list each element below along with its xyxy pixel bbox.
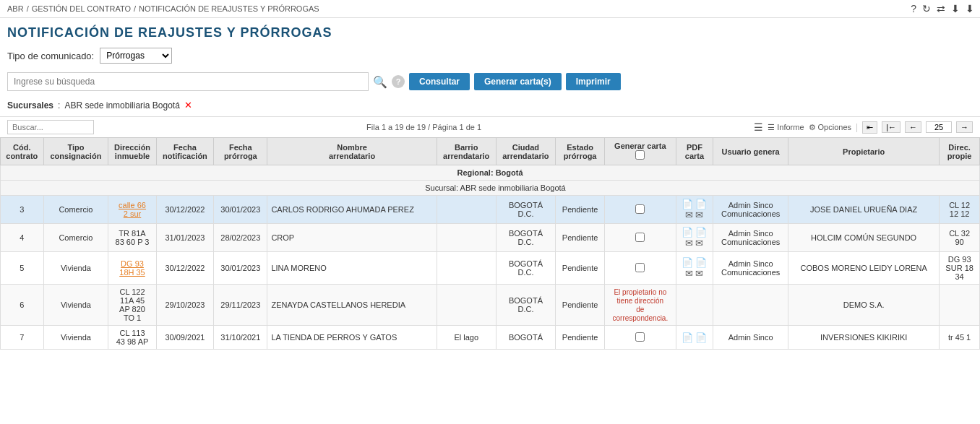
cell-pdf: 📄 📄 ✉ ✉ — [676, 252, 713, 285]
cell-fecha-notif: 30/12/2022 — [156, 252, 213, 285]
cell-nombre: CARLOS RODRIGO AHUMADA PEREZ — [267, 196, 437, 224]
table-icon: ☰ — [754, 121, 763, 133]
tipo-comunicado-select[interactable]: Prórrogas Reajustes — [100, 48, 172, 64]
expand-icon[interactable]: ⇄ — [937, 3, 945, 14]
cell-generar-carta[interactable] — [605, 224, 676, 252]
pdf-doc1-icon[interactable]: 📄 — [682, 199, 693, 209]
help-icon[interactable]: ? — [911, 3, 916, 14]
cell-direccion: CL 12211A 45AP 820TO 1 — [108, 285, 156, 326]
consultar-button[interactable]: Consultar — [409, 73, 470, 90]
pdf-mail2-icon[interactable]: ✉ — [695, 238, 703, 248]
cell-generar-carta[interactable] — [605, 196, 676, 224]
group-bogota: Regional: Bogotá — [1, 165, 980, 181]
cell-usuario: Admin SincoComunicaciones — [713, 224, 788, 252]
search-input[interactable] — [7, 72, 369, 91]
pdf-mail2-icon[interactable]: ✉ — [695, 209, 703, 220]
cell-cod: 3 — [1, 196, 44, 224]
expand-table-icon[interactable]: ⇤ — [862, 121, 877, 134]
pagination-info: Fila 1 a 19 de 19 / Página 1 de 1 — [94, 123, 754, 131]
data-table-container: Cód.contrato Tipoconsignación Direccióni… — [0, 137, 980, 350]
cell-direccion[interactable]: calle 662 sur — [108, 196, 156, 224]
table-row: 6 Vivienda CL 12211A 45AP 820TO 1 29/10/… — [1, 285, 980, 326]
cell-direccion[interactable]: DG 9318H 35 — [108, 252, 156, 285]
pdf-mail1-icon[interactable]: ✉ — [685, 209, 693, 220]
th-cod-contrato: Cód.contrato — [1, 138, 44, 165]
pdf-mail1-icon[interactable]: ✉ — [685, 238, 693, 248]
page-size-input[interactable] — [926, 121, 952, 133]
th-ciudad-arrendatario: Ciudadarrendatario — [496, 138, 555, 165]
th-direccion-inmueble: Direccióninmueble — [108, 138, 156, 165]
table-row: 3 Comercio calle 662 sur 30/12/2022 30/0… — [1, 196, 980, 224]
table-search-input[interactable] — [7, 120, 94, 134]
prev-page-button[interactable]: ← — [905, 121, 921, 133]
th-barrio-arrendatario: Barrioarrendatario — [437, 138, 496, 165]
cell-fecha-prorroga: 30/01/2023 — [214, 196, 267, 224]
cell-cod: 6 — [1, 285, 44, 326]
pdf-doc2-icon[interactable]: 📄 — [695, 257, 707, 268]
filter-remove-icon[interactable]: ✕ — [184, 100, 192, 111]
cell-tipo: Comercio — [43, 196, 108, 224]
pdf-doc1-icon[interactable]: 📄 — [682, 227, 693, 238]
cell-direc-propie: CL 1212 12 — [940, 196, 980, 224]
cell-nombre: CROP — [267, 224, 437, 252]
cell-fecha-notif: 31/01/2023 — [156, 224, 213, 252]
breadcrumb-item-current: NOTIFICACIÓN DE REAJUSTES Y PRÓRROGAS — [139, 4, 319, 13]
cell-nombre: LA TIENDA DE PERROS Y GATOS — [267, 326, 437, 350]
cell-pdf: 📄 📄 ✉ ✉ — [676, 224, 713, 252]
generar-carta-header-checkbox[interactable] — [635, 150, 645, 160]
pdf-doc2-icon[interactable]: 📄 — [695, 199, 707, 209]
pdf-mail1-icon[interactable]: ✉ — [685, 268, 693, 279]
first-page-button[interactable]: |← — [882, 121, 901, 133]
data-table: Cód.contrato Tipoconsignación Direccióni… — [0, 137, 980, 350]
cell-direc-propie: CL 3290 — [940, 224, 980, 252]
subgroup-abr: Sucursal: ABR sede inmobiliaria Bogotá — [1, 181, 980, 196]
filter-sucursales-value: ABR sede inmobiliaria Bogotá — [64, 100, 179, 111]
search-help-icon[interactable]: ? — [392, 75, 405, 88]
cell-cod: 5 — [1, 252, 44, 285]
pdf-mail2-icon[interactable]: ✉ — [695, 268, 703, 279]
cell-ciudad: BOGOTÁD.C. — [496, 224, 555, 252]
pdf-doc1-icon[interactable]: 📄 — [682, 257, 693, 268]
breadcrumb: ABR / GESTIÓN DEL CONTRATO / NOTIFICACIÓ… — [0, 0, 980, 18]
cell-tipo: Comercio — [43, 224, 108, 252]
next-page-button[interactable]: → — [956, 121, 973, 133]
cell-estado: Pendiente — [556, 224, 605, 252]
download2-icon[interactable]: ⬇ — [966, 3, 974, 14]
cell-usuario: Admin SincoComunicaciones — [713, 252, 788, 285]
informe-link[interactable]: ☰ Informe — [768, 123, 804, 132]
cell-ciudad: BOGOTÁ — [496, 326, 555, 350]
cell-generar-carta[interactable] — [605, 252, 676, 285]
download-icon[interactable]: ⬇ — [951, 3, 960, 14]
opciones-link[interactable]: ⚙ Opciones — [809, 123, 851, 132]
pdf-doc2-icon[interactable]: 📄 — [695, 227, 707, 238]
table-row: 5 Vivienda DG 9318H 35 30/12/2022 30/01/… — [1, 252, 980, 285]
cell-fecha-notif: 30/12/2022 — [156, 196, 213, 224]
generar-cartas-button[interactable]: Generar carta(s) — [474, 73, 562, 90]
breadcrumb-item-abr[interactable]: ABR — [7, 4, 24, 13]
search-button[interactable]: 🔍 — [373, 75, 387, 89]
cell-propietario: COBOS MORENO LEIDY LORENA — [788, 252, 940, 285]
pdf-doc2-icon[interactable]: 📄 — [695, 332, 707, 343]
imprimir-button[interactable]: Imprimir — [566, 73, 621, 90]
cell-pdf: 📄 📄 ✉ ✉ — [676, 196, 713, 224]
cell-fecha-notif: 29/10/2023 — [156, 285, 213, 326]
cell-usuario — [713, 285, 788, 326]
cell-propietario: DEMO S.A. — [788, 285, 940, 326]
refresh-icon[interactable]: ↻ — [922, 3, 931, 14]
cell-generar-carta[interactable] — [605, 326, 676, 350]
pdf-doc1-icon[interactable]: 📄 — [682, 332, 693, 343]
cell-estado: Pendiente — [556, 196, 605, 224]
breadcrumb-item-gestion[interactable]: GESTIÓN DEL CONTRATO — [32, 4, 131, 13]
cell-nombre: ZENAYDA CASTELLANOS HEREDIA — [267, 285, 437, 326]
th-pdf-carta: PDFcarta — [676, 138, 713, 165]
cell-direc-propie: tr 45 1 — [940, 326, 980, 350]
cell-direc-propie — [940, 285, 980, 326]
cell-cod: 4 — [1, 224, 44, 252]
cell-generar-carta-warning: El propietario notiene direccióndecorres… — [605, 285, 676, 326]
cell-fecha-notif: 30/09/2021 — [156, 326, 213, 350]
filter-sucursales-label: Sucursales — [7, 100, 53, 111]
th-generar-carta: Generar carta — [605, 138, 676, 165]
informe-icon: ☰ — [768, 123, 775, 132]
cell-usuario: Admin Sinco — [713, 326, 788, 350]
cell-barrio — [437, 196, 496, 224]
